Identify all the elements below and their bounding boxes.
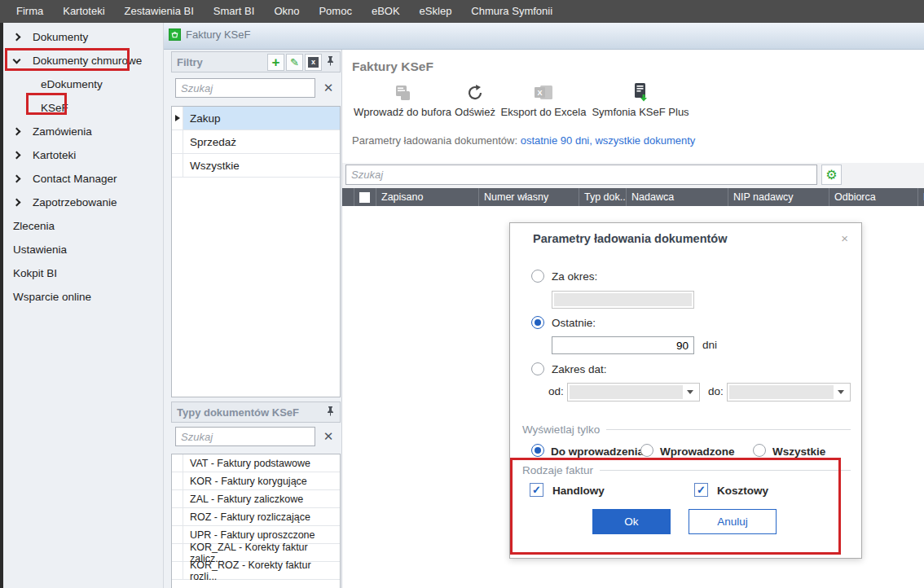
params-label: Parametry ładowania dokumentów: [352,134,517,147]
pin-icon[interactable] [326,55,335,68]
group-wyswietlaj-tylko: Wyświetlaj tylko [522,423,851,436]
menu-chmura-symfonii[interactable]: Chmura Symfonii [461,0,562,23]
row-selector-gutter [172,454,183,472]
sidebar-item-label: Kartoteki [33,149,76,161]
radio-zakres-dat[interactable] [531,362,544,375]
add-filter-button[interactable]: + [267,54,284,71]
sidebar-item-kartoteki[interactable]: Kartoteki [3,143,163,167]
type-row[interactable]: KOR_ROZ - Korekty faktur rozli... [172,562,340,580]
radio-do-wprowadzenia[interactable] [531,444,544,457]
table-header-checkbox-cell[interactable] [354,188,376,206]
radio-wprowadzone[interactable] [640,444,653,457]
select-all-checkbox[interactable] [359,192,370,203]
sidebar-item-label: KSeF [41,102,68,114]
sidebar-item-zapotrzebowanie[interactable]: Zapotrzebowanie [3,191,163,214]
table-header-zapisano[interactable]: Zapisano [376,188,478,206]
filters-search-row: ✕ [175,78,338,98]
filter-row-zakup[interactable]: Zakup [172,107,340,130]
pin-icon[interactable] [326,406,335,419]
radio-wszystkie-label: Wszystkie [772,445,825,458]
table-header-numer-wlasny[interactable]: Numer własny [478,188,579,206]
table-header-nadawca[interactable]: Nadawca [626,188,728,206]
menu-pomoc[interactable]: Pomoc [309,0,361,23]
filters-search-input[interactable] [175,78,315,98]
menu-firma[interactable]: Firma [7,0,53,23]
clear-search-icon[interactable]: ✕ [319,427,338,446]
do-date-dropdown[interactable] [727,383,851,402]
sidebar-item-dokumenty-chmurowe[interactable]: Dokumenty chmurowe [3,49,163,72]
table-header-nip-nadawcy[interactable]: NIP nadawcy [728,188,829,206]
sidebar-item-contact-manager[interactable]: Contact Manager [3,167,163,191]
filter-label: Zakup [183,107,340,129]
chevron-right-icon [13,128,21,136]
anuluj-button[interactable]: Anuluj [689,509,777,534]
eksport-do-excela-button[interactable]: X Eksport do Excela [495,81,592,118]
ostatnie-dni-input[interactable] [552,336,694,354]
type-row[interactable]: ROZ - Faktury rozliczające [172,508,340,526]
sidebar-item-dokumenty[interactable]: Dokumenty [3,25,163,49]
types-search-input[interactable] [175,427,315,446]
table-header-typ-dok[interactable]: Typ dok... [579,188,626,206]
checkbox-kosztowy[interactable] [694,483,708,497]
types-list: VAT - Faktury podstawowe KOR - Faktury k… [171,454,341,588]
menu-okno[interactable]: Okno [264,0,309,23]
sidebar-item-zamowienia[interactable]: Zamówienia [3,120,163,143]
type-row[interactable]: KOR - Faktury korygujące [172,472,340,490]
table-search-input[interactable] [345,165,817,185]
wprowadz-do-bufora-button[interactable]: Wprowadź do bufora [349,81,456,118]
dialog-title: Parametry ładowania dokumentów [533,232,728,245]
group-label: Rodzaje faktur [522,464,593,476]
radio-do-wprowadzenia-label: Do wprowadzenia [551,445,644,458]
type-row[interactable]: ZAL - Faktury zaliczkowe [172,490,340,508]
table-header-next[interactable]: N [917,188,924,206]
sidebar-item-wsparcie-online[interactable]: Wsparcie online [3,285,163,309]
chevron-right-icon [13,175,21,183]
menu-zestawienia-bi[interactable]: Zestawienia BI [115,0,204,23]
radio-za-okres[interactable] [531,270,544,283]
sidebar-item-edokumenty[interactable]: eDokumenty [3,72,163,96]
od-date-dropdown[interactable] [567,383,700,402]
row-selector-gutter [172,490,183,507]
row-selector-gutter [172,107,183,129]
table-settings-button[interactable]: ⚙ [821,165,842,185]
table-header: Zapisano Numer własny Typ dok... Nadawca… [342,188,924,206]
sidebar-item-kokpit-bi[interactable]: Kokpit BI [3,261,163,285]
excel-icon: X [533,81,554,102]
menu-smart-bi[interactable]: Smart BI [204,0,265,23]
checkbox-handlowy-label: Handlowy [552,485,605,497]
params-line: Parametry ładowania dokumentów: ostatnie… [352,134,695,147]
radio-wszystkie[interactable] [753,444,766,457]
tab-faktury-ksef[interactable]: Faktury KSeF [169,29,250,41]
type-row[interactable]: VAT - Faktury podstawowe [172,454,340,472]
params-link[interactable]: ostatnie 90 dni, wszystkie dokumenty [521,134,696,147]
menu-kartoteki[interactable]: Kartoteki [53,0,114,23]
sidebar-item-ksef[interactable]: KSeF [3,96,163,120]
chevron-right-icon [13,33,21,42]
filter-row-sprzedaz[interactable]: Sprzedaż [172,130,340,154]
filter-row-wszystkie[interactable]: Wszystkie [172,154,340,178]
edit-filter-button[interactable]: ✎ [286,54,303,71]
radio-ostatnie-label: Ostatnie: [552,317,596,329]
gear-icon: ⚙ [825,169,837,182]
menu-bar: Firma Kartoteki Zestawienia BI Smart BI … [0,0,924,23]
menu-esklep[interactable]: eSklep [410,0,462,23]
table-header-odbiorca[interactable]: Odbiorca [829,188,917,206]
group-divider [606,429,851,430]
menu-ebok[interactable]: eBOK [362,0,410,23]
chevron-down-icon [13,56,21,64]
close-icon[interactable]: × [841,231,848,245]
symfonia-ksef-plus-button[interactable]: Symfonia KSeF Plus [579,81,702,118]
filters-panel-title: Filtry [177,56,266,68]
dropdown-arrow-icon [687,390,693,394]
params-dialog: Parametry ładowania dokumentów × Za okre… [509,222,862,559]
radio-za-okres-label: Za okres: [552,270,597,283]
clear-search-icon[interactable]: ✕ [319,78,338,98]
sidebar-item-label: Kokpit BI [13,267,57,279]
checkbox-handlowy[interactable] [530,483,543,497]
delete-filter-button[interactable]: x [305,54,322,71]
ok-button[interactable]: Ok [592,509,671,534]
sidebar-item-ustawienia[interactable]: Ustawienia [3,238,163,261]
sidebar-item-zlecenia[interactable]: Zlecenia [3,214,163,238]
current-row-arrow-icon [175,115,180,121]
radio-ostatnie[interactable] [531,316,544,329]
